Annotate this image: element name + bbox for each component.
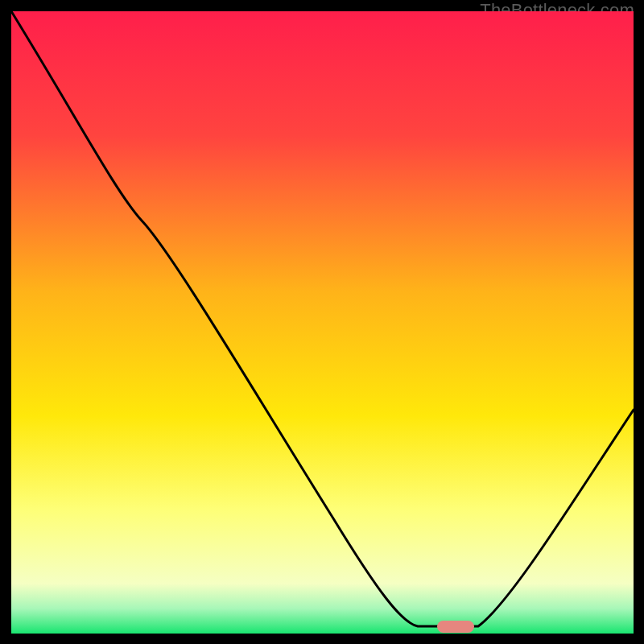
curve-path: [11, 11, 634, 626]
bottleneck-curve: [11, 11, 634, 634]
optimum-marker: [437, 621, 474, 633]
chart-area: [11, 11, 634, 634]
